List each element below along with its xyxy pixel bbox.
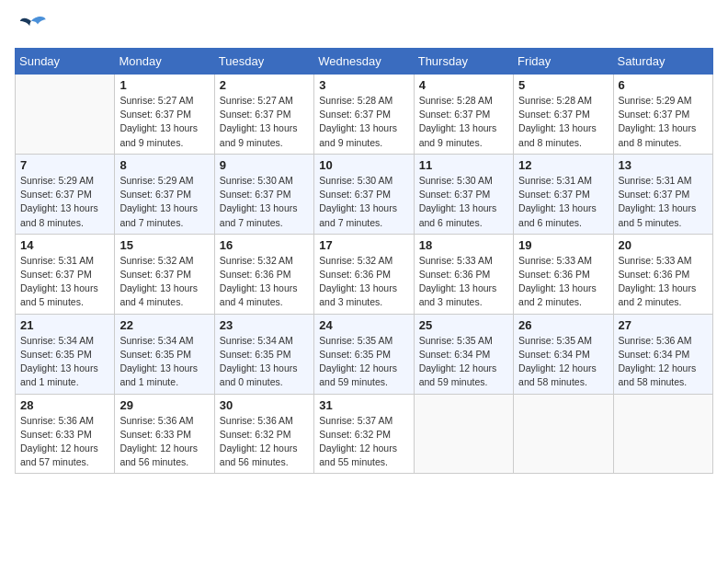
day-info: Sunrise: 5:28 AMSunset: 6:37 PMDaylight:… [419, 94, 508, 150]
day-number: 8 [119, 158, 209, 172]
day-number: 5 [518, 78, 608, 92]
calendar-table: SundayMondayTuesdayWednesdayThursdayFrid… [15, 48, 713, 474]
day-info: Sunrise: 5:31 AMSunset: 6:37 PMDaylight:… [619, 174, 708, 230]
calendar-day-cell: 5Sunrise: 5:28 AMSunset: 6:37 PMDaylight… [514, 75, 613, 155]
calendar-day-cell: 13Sunrise: 5:31 AMSunset: 6:37 PMDayligh… [613, 154, 712, 234]
calendar-day-cell: 22Sunrise: 5:34 AMSunset: 6:35 PMDayligh… [115, 314, 214, 394]
day-info: Sunrise: 5:33 AMSunset: 6:36 PMDaylight:… [419, 254, 508, 310]
day-info: Sunrise: 5:34 AMSunset: 6:35 PMDaylight:… [220, 334, 309, 390]
day-info: Sunrise: 5:35 AMSunset: 6:34 PMDaylight:… [419, 334, 508, 390]
day-info: Sunrise: 5:29 AMSunset: 6:37 PMDaylight:… [20, 174, 109, 230]
calendar-day-cell [16, 75, 115, 155]
calendar-day-cell: 8Sunrise: 5:29 AMSunset: 6:37 PMDaylight… [115, 154, 214, 234]
day-info: Sunrise: 5:29 AMSunset: 6:37 PMDaylight:… [619, 94, 708, 150]
day-number: 3 [319, 78, 408, 92]
day-number: 17 [319, 238, 408, 252]
day-number: 1 [119, 78, 209, 92]
day-info: Sunrise: 5:30 AMSunset: 6:37 PMDaylight:… [319, 174, 408, 230]
calendar-week-row: 14Sunrise: 5:31 AMSunset: 6:37 PMDayligh… [16, 234, 713, 314]
day-info: Sunrise: 5:36 AMSunset: 6:33 PMDaylight:… [20, 414, 109, 470]
calendar-day-cell: 24Sunrise: 5:35 AMSunset: 6:35 PMDayligh… [314, 314, 414, 394]
day-number: 22 [119, 318, 209, 332]
day-info: Sunrise: 5:30 AMSunset: 6:37 PMDaylight:… [220, 174, 309, 230]
day-number: 16 [220, 238, 309, 252]
calendar-day-cell: 3Sunrise: 5:28 AMSunset: 6:37 PMDaylight… [314, 75, 414, 155]
calendar-header-row: SundayMondayTuesdayWednesdayThursdayFrid… [16, 49, 713, 75]
calendar-day-cell: 15Sunrise: 5:32 AMSunset: 6:37 PMDayligh… [115, 234, 214, 314]
day-number: 29 [119, 398, 209, 412]
day-number: 10 [319, 158, 408, 172]
day-number: 11 [419, 158, 508, 172]
day-number: 31 [319, 398, 408, 412]
day-info: Sunrise: 5:31 AMSunset: 6:37 PMDaylight:… [518, 174, 608, 230]
calendar-day-cell: 7Sunrise: 5:29 AMSunset: 6:37 PMDaylight… [16, 154, 115, 234]
calendar-day-cell: 19Sunrise: 5:33 AMSunset: 6:36 PMDayligh… [514, 234, 613, 314]
calendar-day-cell: 28Sunrise: 5:36 AMSunset: 6:33 PMDayligh… [16, 394, 115, 474]
day-number: 21 [20, 318, 109, 332]
calendar-day-cell: 23Sunrise: 5:34 AMSunset: 6:35 PMDayligh… [214, 314, 313, 394]
day-number: 7 [20, 158, 109, 172]
calendar-week-row: 21Sunrise: 5:34 AMSunset: 6:35 PMDayligh… [16, 314, 713, 394]
day-info: Sunrise: 5:33 AMSunset: 6:36 PMDaylight:… [619, 254, 708, 310]
day-number: 25 [419, 318, 508, 332]
calendar-day-cell: 29Sunrise: 5:36 AMSunset: 6:33 PMDayligh… [115, 394, 214, 474]
day-number: 19 [518, 238, 608, 252]
day-number: 27 [619, 318, 708, 332]
day-info: Sunrise: 5:32 AMSunset: 6:36 PMDaylight:… [319, 254, 408, 310]
calendar-day-cell [514, 394, 613, 474]
day-info: Sunrise: 5:36 AMSunset: 6:33 PMDaylight:… [119, 414, 209, 470]
day-number: 20 [619, 238, 708, 252]
day-info: Sunrise: 5:35 AMSunset: 6:34 PMDaylight:… [518, 334, 608, 390]
day-info: Sunrise: 5:36 AMSunset: 6:32 PMDaylight:… [220, 414, 309, 470]
day-number: 9 [220, 158, 309, 172]
calendar-day-cell: 16Sunrise: 5:32 AMSunset: 6:36 PMDayligh… [214, 234, 313, 314]
day-info: Sunrise: 5:29 AMSunset: 6:37 PMDaylight:… [119, 174, 209, 230]
day-number: 30 [220, 398, 309, 412]
calendar-header-wednesday: Wednesday [314, 49, 414, 75]
calendar-day-cell: 27Sunrise: 5:36 AMSunset: 6:34 PMDayligh… [613, 314, 712, 394]
day-number: 28 [20, 398, 109, 412]
calendar-day-cell [613, 394, 712, 474]
day-info: Sunrise: 5:33 AMSunset: 6:36 PMDaylight:… [518, 254, 608, 310]
day-info: Sunrise: 5:28 AMSunset: 6:37 PMDaylight:… [319, 94, 408, 150]
calendar-day-cell: 4Sunrise: 5:28 AMSunset: 6:37 PMDaylight… [414, 75, 513, 155]
day-info: Sunrise: 5:34 AMSunset: 6:35 PMDaylight:… [119, 334, 209, 390]
logo-icon [15, 15, 48, 40]
calendar-day-cell: 9Sunrise: 5:30 AMSunset: 6:37 PMDaylight… [214, 154, 313, 234]
day-info: Sunrise: 5:31 AMSunset: 6:37 PMDaylight:… [20, 254, 109, 310]
day-info: Sunrise: 5:30 AMSunset: 6:37 PMDaylight:… [419, 174, 508, 230]
calendar-day-cell: 20Sunrise: 5:33 AMSunset: 6:36 PMDayligh… [613, 234, 712, 314]
calendar-header-thursday: Thursday [414, 49, 513, 75]
day-info: Sunrise: 5:32 AMSunset: 6:36 PMDaylight:… [220, 254, 309, 310]
day-number: 13 [619, 158, 708, 172]
page-header [15, 15, 713, 40]
day-number: 18 [419, 238, 508, 252]
day-number: 4 [419, 78, 508, 92]
day-number: 15 [119, 238, 209, 252]
calendar-day-cell: 1Sunrise: 5:27 AMSunset: 6:37 PMDaylight… [115, 75, 214, 155]
calendar-week-row: 1Sunrise: 5:27 AMSunset: 6:37 PMDaylight… [16, 75, 713, 155]
calendar-day-cell: 31Sunrise: 5:37 AMSunset: 6:32 PMDayligh… [314, 394, 414, 474]
calendar-week-row: 28Sunrise: 5:36 AMSunset: 6:33 PMDayligh… [16, 394, 713, 474]
calendar-day-cell: 17Sunrise: 5:32 AMSunset: 6:36 PMDayligh… [314, 234, 414, 314]
calendar-header-saturday: Saturday [613, 49, 712, 75]
day-info: Sunrise: 5:35 AMSunset: 6:35 PMDaylight:… [319, 334, 408, 390]
calendar-day-cell: 11Sunrise: 5:30 AMSunset: 6:37 PMDayligh… [414, 154, 513, 234]
day-info: Sunrise: 5:34 AMSunset: 6:35 PMDaylight:… [20, 334, 109, 390]
day-number: 2 [220, 78, 309, 92]
day-number: 26 [518, 318, 608, 332]
logo [15, 15, 51, 40]
day-info: Sunrise: 5:27 AMSunset: 6:37 PMDaylight:… [220, 94, 309, 150]
day-number: 14 [20, 238, 109, 252]
calendar-day-cell: 2Sunrise: 5:27 AMSunset: 6:37 PMDaylight… [214, 75, 313, 155]
day-number: 24 [319, 318, 408, 332]
calendar-day-cell: 6Sunrise: 5:29 AMSunset: 6:37 PMDaylight… [613, 75, 712, 155]
calendar-day-cell: 21Sunrise: 5:34 AMSunset: 6:35 PMDayligh… [16, 314, 115, 394]
day-info: Sunrise: 5:37 AMSunset: 6:32 PMDaylight:… [319, 414, 408, 470]
day-info: Sunrise: 5:27 AMSunset: 6:37 PMDaylight:… [119, 94, 209, 150]
day-number: 12 [518, 158, 608, 172]
calendar-day-cell: 30Sunrise: 5:36 AMSunset: 6:32 PMDayligh… [214, 394, 313, 474]
calendar-day-cell: 25Sunrise: 5:35 AMSunset: 6:34 PMDayligh… [414, 314, 513, 394]
calendar-header-sunday: Sunday [16, 49, 115, 75]
day-info: Sunrise: 5:28 AMSunset: 6:37 PMDaylight:… [518, 94, 608, 150]
